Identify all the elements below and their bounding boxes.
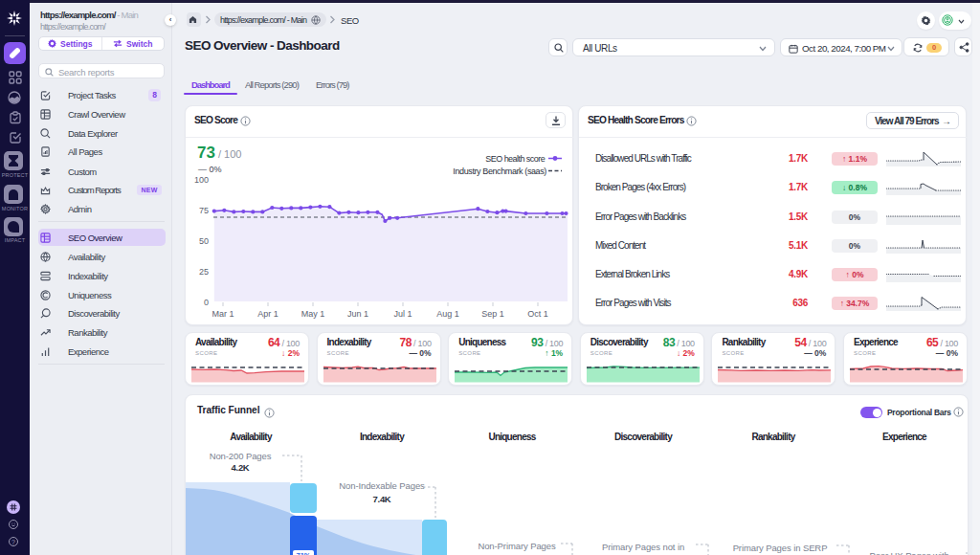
- svg-text:Sep 1: Sep 1: [481, 309, 504, 319]
- svg-text:25: 25: [199, 267, 209, 277]
- svg-text:Jun 1: Jun 1: [347, 309, 368, 319]
- svg-text:May 1: May 1: [301, 309, 325, 319]
- svg-text:Apr 1: Apr 1: [257, 309, 278, 319]
- svg-text:50: 50: [199, 236, 209, 246]
- svg-text:Jul 1: Jul 1: [393, 309, 412, 319]
- svg-text:Oct 1: Oct 1: [527, 309, 548, 319]
- svg-text:Mar 1: Mar 1: [212, 309, 234, 319]
- svg-text:71%: 71%: [296, 551, 310, 555]
- svg-text:75: 75: [199, 206, 209, 215]
- svg-text:0: 0: [204, 298, 209, 307]
- svg-text:100: 100: [194, 175, 209, 185]
- svg-text:Aug 1: Aug 1: [436, 309, 459, 319]
